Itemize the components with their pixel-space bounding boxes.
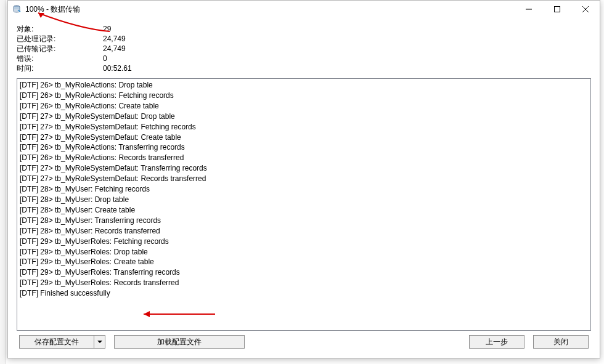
log-line: [DTF] 26> tb_MyRoleActions: Records tran… — [20, 153, 588, 163]
minimize-button[interactable] — [515, 1, 543, 18]
log-line: [DTF] 27> tb_MyRoleSystemDefaut: Drop ta… — [20, 111, 588, 122]
processed-label: 已处理记录: — [17, 34, 103, 44]
stats-panel: 对象: 29 已处理记录: 24,749 已传输记录: 24,749 错误: 0… — [17, 24, 591, 73]
transferred-value: 24,749 — [103, 44, 126, 54]
log-line: [DTF] 26> tb_MyRoleActions: Drop table — [20, 80, 588, 91]
app-icon — [12, 4, 22, 14]
log-line: [DTF] 29> tb_MyUserRoles: Drop table — [20, 247, 588, 257]
log-line: [DTF] 28> tb_MyUser: Fetching records — [20, 184, 588, 195]
log-line: [DTF] 29> tb_MyUserRoles: Transferring r… — [20, 267, 588, 278]
window-controls — [515, 1, 600, 18]
log-line: [DTF] 28> tb_MyUser: Records transferred — [20, 226, 588, 237]
objects-label: 对象: — [17, 24, 103, 34]
errors-value: 0 — [103, 54, 107, 63]
maximize-button[interactable] — [543, 1, 571, 18]
close-dialog-label: 关闭 — [553, 337, 568, 347]
log-line: [DTF] 28> tb_MyUser: Drop table — [20, 195, 588, 205]
button-bar: 保存配置文件 加载配置文件 上一步 关闭 — [17, 331, 591, 353]
save-profile-button[interactable]: 保存配置文件 — [19, 335, 105, 349]
log-line: [DTF] 29> tb_MyUserRoles: Records transf… — [20, 278, 588, 288]
stats-row-errors: 错误: 0 — [17, 54, 591, 63]
stats-row-processed: 已处理记录: 24,749 — [17, 34, 591, 44]
log-textarea[interactable]: [DTF] 26> tb_MyRoleActions: Drop table[D… — [17, 78, 591, 331]
content-area: 对象: 29 已处理记录: 24,749 已传输记录: 24,749 错误: 0… — [8, 18, 600, 358]
errors-label: 错误: — [17, 54, 103, 63]
save-profile-label: 保存配置文件 — [35, 337, 79, 347]
log-line: [DTF] 27> tb_MyRoleSystemDefaut: Transfe… — [20, 163, 588, 174]
log-line: [DTF] 26> tb_MyRoleActions: Create table — [20, 101, 588, 111]
log-line: [DTF] 28> tb_MyUser: Transferring record… — [20, 216, 588, 226]
time-label: 时间: — [17, 63, 103, 73]
log-line: [DTF] 27> tb_MyRoleSystemDefaut: Create … — [20, 132, 588, 143]
log-line: [DTF] 27> tb_MyRoleSystemDefaut: Fetchin… — [20, 122, 588, 132]
log-line: [DTF] 27> tb_MyRoleSystemDefaut: Records… — [20, 174, 588, 184]
stats-row-objects: 对象: 29 — [17, 24, 591, 34]
log-line: [DTF] 26> tb_MyRoleActions: Fetching rec… — [20, 91, 588, 101]
load-profile-label: 加载配置文件 — [157, 337, 202, 347]
window-title: 100% - 数据传输 — [25, 4, 515, 15]
objects-value: 29 — [103, 24, 111, 34]
save-profile-dropdown-icon[interactable] — [94, 336, 105, 348]
load-profile-button[interactable]: 加载配置文件 — [114, 335, 245, 349]
time-value: 00:52.61 — [103, 63, 132, 73]
stats-row-time: 时间: 00:52.61 — [17, 63, 591, 73]
log-line: [DTF] 26> tb_MyRoleActions: Transferring… — [20, 142, 588, 153]
close-button[interactable] — [571, 1, 600, 18]
log-line: [DTF] 29> tb_MyUserRoles: Create table — [20, 257, 588, 267]
close-dialog-button[interactable]: 关闭 — [533, 335, 589, 349]
titlebar[interactable]: 100% - 数据传输 — [8, 1, 600, 18]
log-line: [DTF] 29> tb_MyUserRoles: Fetching recor… — [20, 237, 588, 247]
svg-rect-1 — [555, 7, 560, 12]
log-line: [DTF] 28> tb_MyUser: Create table — [20, 205, 588, 216]
dialog-window: 100% - 数据传输 对象: 29 已处理记录: 24,749 已 — [7, 0, 600, 358]
previous-button[interactable]: 上一步 — [469, 335, 524, 349]
previous-label: 上一步 — [486, 337, 508, 347]
transferred-label: 已传输记录: — [17, 44, 103, 54]
log-line: [DTF] Finished successfully — [20, 288, 588, 299]
stats-row-transferred: 已传输记录: 24,749 — [17, 44, 591, 54]
background-strip — [0, 0, 6, 364]
processed-value: 24,749 — [103, 34, 126, 44]
